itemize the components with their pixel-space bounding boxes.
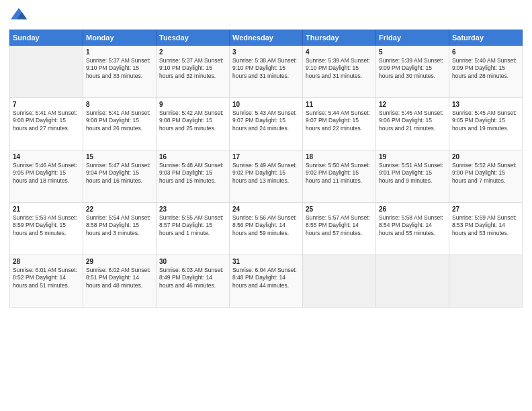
calendar-cell: 20Sunrise: 5:52 AM Sunset: 9:00 PM Dayli… xyxy=(449,150,523,203)
calendar-cell: 23Sunrise: 5:55 AM Sunset: 8:57 PM Dayli… xyxy=(157,203,230,255)
calendar-cell: 24Sunrise: 5:56 AM Sunset: 8:56 PM Dayli… xyxy=(230,203,303,255)
week-row-4: 21Sunrise: 5:53 AM Sunset: 8:59 PM Dayli… xyxy=(10,203,523,255)
day-info: Sunrise: 5:53 AM Sunset: 8:59 PM Dayligh… xyxy=(13,214,80,237)
calendar-cell xyxy=(10,46,83,98)
calendar-cell: 13Sunrise: 5:45 AM Sunset: 9:05 PM Dayli… xyxy=(449,98,523,150)
day-info: Sunrise: 5:44 AM Sunset: 9:07 PM Dayligh… xyxy=(306,109,373,132)
col-header-thursday: Thursday xyxy=(303,30,376,46)
logo-icon xyxy=(9,7,28,26)
day-number: 5 xyxy=(379,48,446,56)
day-info: Sunrise: 5:37 AM Sunset: 9:10 PM Dayligh… xyxy=(159,57,226,80)
day-number: 31 xyxy=(232,258,300,265)
day-number: 22 xyxy=(86,205,153,213)
day-number: 16 xyxy=(159,153,226,161)
day-info: Sunrise: 5:47 AM Sunset: 9:04 PM Dayligh… xyxy=(86,162,153,185)
calendar-cell: 7Sunrise: 5:41 AM Sunset: 9:08 PM Daylig… xyxy=(10,98,83,150)
day-info: Sunrise: 5:57 AM Sunset: 8:55 PM Dayligh… xyxy=(306,214,373,237)
day-info: Sunrise: 5:59 AM Sunset: 8:53 PM Dayligh… xyxy=(452,214,519,237)
page-header xyxy=(9,7,523,26)
day-number: 7 xyxy=(13,101,80,108)
day-info: Sunrise: 5:46 AM Sunset: 9:05 PM Dayligh… xyxy=(13,162,80,185)
day-info: Sunrise: 5:39 AM Sunset: 9:09 PM Dayligh… xyxy=(379,57,446,80)
calendar-cell: 25Sunrise: 5:57 AM Sunset: 8:55 PM Dayli… xyxy=(303,203,376,255)
calendar-cell: 29Sunrise: 6:02 AM Sunset: 8:51 PM Dayli… xyxy=(83,255,157,308)
day-info: Sunrise: 5:41 AM Sunset: 9:08 PM Dayligh… xyxy=(86,109,153,132)
day-number: 17 xyxy=(232,153,300,161)
day-number: 13 xyxy=(452,101,519,108)
day-number: 1 xyxy=(86,48,153,56)
calendar-cell: 15Sunrise: 5:47 AM Sunset: 9:04 PM Dayli… xyxy=(83,150,157,203)
week-row-3: 14Sunrise: 5:46 AM Sunset: 9:05 PM Dayli… xyxy=(10,150,523,203)
day-info: Sunrise: 5:43 AM Sunset: 9:07 PM Dayligh… xyxy=(232,109,300,132)
day-number: 12 xyxy=(379,101,446,108)
day-number: 20 xyxy=(452,153,519,161)
day-number: 15 xyxy=(86,153,153,161)
calendar-cell: 26Sunrise: 5:58 AM Sunset: 8:54 PM Dayli… xyxy=(376,203,449,255)
day-info: Sunrise: 6:03 AM Sunset: 8:49 PM Dayligh… xyxy=(159,267,226,289)
day-info: Sunrise: 5:40 AM Sunset: 9:09 PM Dayligh… xyxy=(452,57,519,80)
day-number: 14 xyxy=(13,153,80,161)
day-number: 8 xyxy=(86,101,153,108)
calendar-cell: 14Sunrise: 5:46 AM Sunset: 9:05 PM Dayli… xyxy=(10,150,83,203)
calendar-cell xyxy=(449,255,523,308)
day-number: 23 xyxy=(159,205,226,213)
calendar-cell xyxy=(376,255,449,308)
day-number: 2 xyxy=(159,48,226,56)
calendar-cell: 31Sunrise: 6:04 AM Sunset: 8:48 PM Dayli… xyxy=(230,255,303,308)
calendar-cell: 18Sunrise: 5:50 AM Sunset: 9:02 PM Dayli… xyxy=(303,150,376,203)
day-number: 6 xyxy=(452,48,519,56)
col-header-tuesday: Tuesday xyxy=(157,30,230,46)
day-info: Sunrise: 5:49 AM Sunset: 9:02 PM Dayligh… xyxy=(232,162,300,185)
calendar-cell: 4Sunrise: 5:39 AM Sunset: 9:10 PM Daylig… xyxy=(303,46,376,98)
day-number: 21 xyxy=(13,205,80,213)
day-info: Sunrise: 5:58 AM Sunset: 8:54 PM Dayligh… xyxy=(379,214,446,237)
day-info: Sunrise: 5:54 AM Sunset: 8:58 PM Dayligh… xyxy=(86,214,153,237)
col-header-saturday: Saturday xyxy=(449,30,523,46)
day-info: Sunrise: 5:55 AM Sunset: 8:57 PM Dayligh… xyxy=(159,214,226,237)
day-number: 26 xyxy=(379,205,446,213)
day-number: 30 xyxy=(159,258,226,265)
day-number: 24 xyxy=(232,205,300,213)
day-info: Sunrise: 5:37 AM Sunset: 9:10 PM Dayligh… xyxy=(86,57,153,80)
day-number: 10 xyxy=(232,101,300,108)
day-info: Sunrise: 6:04 AM Sunset: 8:48 PM Dayligh… xyxy=(232,267,300,289)
day-number: 9 xyxy=(159,101,226,108)
day-number: 11 xyxy=(306,101,373,108)
col-header-friday: Friday xyxy=(376,30,449,46)
calendar-cell: 10Sunrise: 5:43 AM Sunset: 9:07 PM Dayli… xyxy=(230,98,303,150)
calendar-cell: 28Sunrise: 6:01 AM Sunset: 8:52 PM Dayli… xyxy=(10,255,83,308)
calendar-cell: 3Sunrise: 5:38 AM Sunset: 9:10 PM Daylig… xyxy=(230,46,303,98)
day-info: Sunrise: 5:50 AM Sunset: 9:02 PM Dayligh… xyxy=(306,162,373,185)
calendar-cell: 9Sunrise: 5:42 AM Sunset: 9:08 PM Daylig… xyxy=(157,98,230,150)
calendar-cell: 30Sunrise: 6:03 AM Sunset: 8:49 PM Dayli… xyxy=(157,255,230,308)
day-info: Sunrise: 5:56 AM Sunset: 8:56 PM Dayligh… xyxy=(232,214,300,237)
day-info: Sunrise: 5:41 AM Sunset: 9:08 PM Dayligh… xyxy=(13,109,80,132)
calendar-cell: 11Sunrise: 5:44 AM Sunset: 9:07 PM Dayli… xyxy=(303,98,376,150)
day-info: Sunrise: 5:39 AM Sunset: 9:10 PM Dayligh… xyxy=(306,57,373,80)
logo xyxy=(9,7,31,26)
day-info: Sunrise: 5:42 AM Sunset: 9:08 PM Dayligh… xyxy=(159,109,226,132)
week-row-2: 7Sunrise: 5:41 AM Sunset: 9:08 PM Daylig… xyxy=(10,98,523,150)
calendar-cell: 6Sunrise: 5:40 AM Sunset: 9:09 PM Daylig… xyxy=(449,46,523,98)
day-number: 28 xyxy=(13,258,80,265)
calendar-cell: 12Sunrise: 5:45 AM Sunset: 9:06 PM Dayli… xyxy=(376,98,449,150)
calendar-cell: 21Sunrise: 5:53 AM Sunset: 8:59 PM Dayli… xyxy=(10,203,83,255)
calendar-cell xyxy=(303,255,376,308)
calendar-cell: 16Sunrise: 5:48 AM Sunset: 9:03 PM Dayli… xyxy=(157,150,230,203)
day-info: Sunrise: 5:45 AM Sunset: 9:06 PM Dayligh… xyxy=(379,109,446,132)
calendar-table: SundayMondayTuesdayWednesdayThursdayFrid… xyxy=(9,30,523,308)
day-number: 19 xyxy=(379,153,446,161)
calendar-cell: 2Sunrise: 5:37 AM Sunset: 9:10 PM Daylig… xyxy=(157,46,230,98)
calendar-cell: 22Sunrise: 5:54 AM Sunset: 8:58 PM Dayli… xyxy=(83,203,157,255)
day-number: 4 xyxy=(306,48,373,56)
day-info: Sunrise: 5:48 AM Sunset: 9:03 PM Dayligh… xyxy=(159,162,226,185)
day-number: 18 xyxy=(306,153,373,161)
day-number: 3 xyxy=(232,48,300,56)
calendar-cell: 19Sunrise: 5:51 AM Sunset: 9:01 PM Dayli… xyxy=(376,150,449,203)
calendar-cell: 27Sunrise: 5:59 AM Sunset: 8:53 PM Dayli… xyxy=(449,203,523,255)
col-header-wednesday: Wednesday xyxy=(230,30,303,46)
calendar-cell: 1Sunrise: 5:37 AM Sunset: 9:10 PM Daylig… xyxy=(83,46,157,98)
calendar-cell: 17Sunrise: 5:49 AM Sunset: 9:02 PM Dayli… xyxy=(230,150,303,203)
day-info: Sunrise: 6:02 AM Sunset: 8:51 PM Dayligh… xyxy=(86,267,153,289)
week-row-5: 28Sunrise: 6:01 AM Sunset: 8:52 PM Dayli… xyxy=(10,255,523,308)
